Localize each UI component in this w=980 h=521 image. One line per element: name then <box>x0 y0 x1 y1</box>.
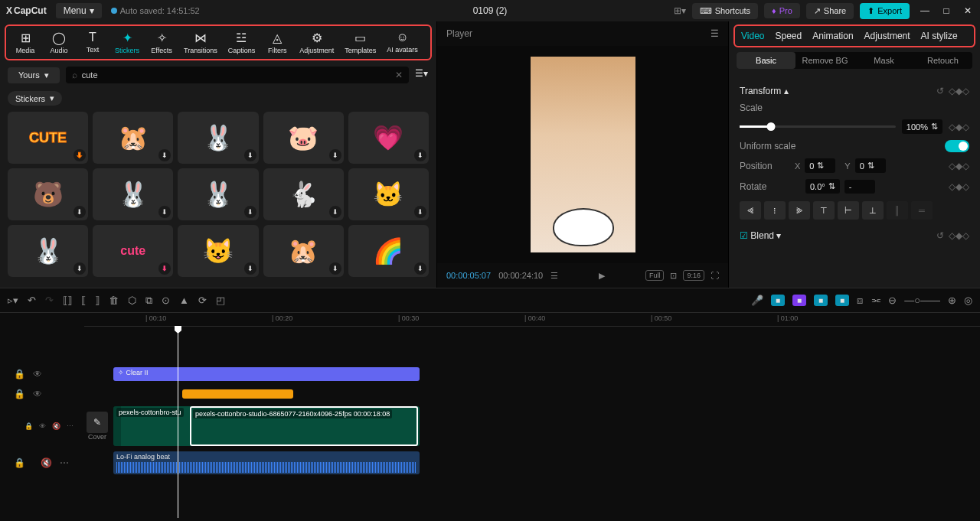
distribute-h-icon[interactable]: ║ <box>887 201 908 220</box>
chip-2[interactable]: ■ <box>792 295 806 306</box>
crop-icon[interactable]: ⊡ <box>670 271 677 281</box>
rotate-dash[interactable]: - <box>844 180 875 194</box>
keyframe-icon[interactable]: ◇◆◇ <box>949 86 969 96</box>
maximize-icon[interactable]: □ <box>940 5 952 17</box>
playhead[interactable] <box>178 327 178 518</box>
eye-icon[interactable]: 👁 <box>33 369 42 379</box>
keyframe-icon[interactable]: ◇◆◇ <box>949 161 969 171</box>
undo-icon[interactable]: ↶ <box>28 295 36 306</box>
split-icon[interactable]: ⟦⟧ <box>63 295 72 306</box>
filter-icon[interactable]: ☰▾ <box>415 68 429 82</box>
copy-icon[interactable]: ⧉ <box>145 295 152 307</box>
mute-icon[interactable]: 🔇 <box>52 422 60 430</box>
prop-tab-adjustment[interactable]: Adjustment <box>864 31 910 41</box>
download-icon[interactable]: ⬇ <box>158 262 171 275</box>
redo-icon[interactable]: ↷ <box>45 295 54 306</box>
player-menu-icon[interactable]: ☰ <box>710 28 719 39</box>
align-center-v-icon[interactable]: ⊢ <box>838 201 859 220</box>
distribute-v-icon[interactable]: ═ <box>911 201 933 220</box>
effect-clip[interactable]: ✧ Clear II <box>113 367 420 381</box>
download-icon[interactable]: ⬇ <box>414 262 426 275</box>
chip-4[interactable]: ■ <box>835 295 849 306</box>
download-icon[interactable]: ⬇ <box>244 262 256 275</box>
shortcuts-button[interactable]: ⌨ Shortcuts <box>692 3 758 19</box>
more-icon[interactable]: ⋯ <box>67 422 74 430</box>
download-icon[interactable]: ⬇ <box>414 206 426 218</box>
magnet-icon[interactable]: ⧈ <box>857 295 863 307</box>
trim-left-icon[interactable]: ⟦ <box>81 295 86 306</box>
list-icon[interactable]: ☰ <box>550 271 558 281</box>
download-icon[interactable]: ⬇ <box>74 262 86 275</box>
position-x-input[interactable]: 0 ⇅ <box>805 158 835 173</box>
align-right-icon[interactable]: ⫸ <box>789 201 810 220</box>
sticker-item[interactable]: 💗⬇ <box>348 112 429 164</box>
sticker-item[interactable]: 🐰⬇ <box>8 225 88 277</box>
zoom-slider[interactable]: —○—— <box>904 295 940 306</box>
menu-button[interactable]: Menu ▾ <box>56 3 102 18</box>
tool-media[interactable]: ⊞Media <box>11 29 40 56</box>
download-icon[interactable]: ⬇ <box>74 206 86 218</box>
download-icon[interactable]: ⬇ <box>158 149 171 161</box>
tool-templates[interactable]: ▭Templates <box>341 29 379 56</box>
player-canvas[interactable] <box>437 46 728 263</box>
tool-filters[interactable]: ◬Filters <box>263 29 292 56</box>
fullscreen-icon[interactable]: ⛶ <box>710 271 719 280</box>
keyframe-icon[interactable]: ◇◆◇ <box>949 122 969 132</box>
clear-search-icon[interactable]: ✕ <box>395 70 403 80</box>
download-icon[interactable]: ⬇ <box>329 206 341 218</box>
align-top-icon[interactable]: ⊤ <box>813 201 835 220</box>
shield-icon[interactable]: ⬡ <box>128 295 136 306</box>
ratio-badge[interactable]: 9:16 <box>683 270 704 281</box>
mic-icon[interactable]: 🎤 <box>751 295 763 306</box>
blend-checkbox[interactable]: ☑ <box>740 230 748 241</box>
scale-slider[interactable] <box>740 125 896 128</box>
sticker-item[interactable]: 🐱⬇ <box>348 168 429 220</box>
lock-icon[interactable]: 🔒 <box>14 458 25 468</box>
link-icon[interactable]: ⫘ <box>871 295 880 306</box>
blend-label[interactable]: Blend ▾ <box>750 230 781 241</box>
download-icon[interactable]: ⬇ <box>329 149 341 161</box>
download-icon[interactable]: ⬇ <box>329 262 341 275</box>
eye-icon[interactable]: 👁 <box>39 422 46 430</box>
tool-transitions[interactable]: ⋈Transitions <box>181 29 220 56</box>
tool-effects[interactable]: ✧Effects <box>147 29 176 56</box>
transform-header[interactable]: Transform ▴ <box>740 86 789 96</box>
prop-tab-speed[interactable]: Speed <box>775 31 802 41</box>
prop-tab-video[interactable]: Video <box>741 31 764 41</box>
video-clip-2-selected[interactable]: pexels-cottonbro-studio-6865077-2160x409… <box>190 406 418 446</box>
pro-button[interactable]: ♦ Pro <box>764 3 800 18</box>
audio-clip[interactable]: Lo-Fi analog beat <box>113 451 420 474</box>
trim-right-icon[interactable]: ⟧ <box>95 295 100 306</box>
download-icon[interactable]: ⬇ <box>158 206 171 218</box>
sticker-item[interactable]: 🐹⬇ <box>263 225 344 277</box>
sub-tab-retouch[interactable]: Retouch <box>913 52 972 69</box>
selection-tool-icon[interactable]: ▹▾ <box>8 295 18 306</box>
chip-3[interactable]: ■ <box>814 295 828 306</box>
prop-tab-ai-stylize[interactable]: AI stylize <box>921 31 958 41</box>
uniform-scale-toggle[interactable] <box>945 140 969 152</box>
sticker-item[interactable]: 🌈⬇ <box>348 225 429 277</box>
align-bottom-icon[interactable]: ⊥ <box>862 201 884 220</box>
mirror-icon[interactable]: ▲ <box>179 295 189 306</box>
keyframe-icon[interactable]: ◇◆◇ <box>949 230 969 241</box>
search-input[interactable]: ⌕ ✕ <box>66 67 409 83</box>
lock-icon[interactable]: 🔒 <box>24 422 33 430</box>
sticker-item[interactable]: 😺⬇ <box>178 225 258 277</box>
reset-icon[interactable]: ↺ <box>936 86 944 96</box>
stickers-filter-tag[interactable]: Stickers ▾ <box>8 91 62 106</box>
download-icon[interactable]: ⬇ <box>244 149 256 161</box>
sticker-overlay[interactable] <box>553 208 614 246</box>
scale-value[interactable]: 100% ⇅ <box>902 119 942 134</box>
sticker-item[interactable]: 🐻⬇ <box>8 168 88 220</box>
reset-icon[interactable]: ↺ <box>936 230 944 241</box>
align-left-icon[interactable]: ⫷ <box>740 201 761 220</box>
more-icon[interactable]: ⋯ <box>60 458 69 468</box>
keyframe-icon[interactable]: ◇◆◇ <box>949 181 969 192</box>
close-icon[interactable]: ✕ <box>962 5 974 17</box>
reverse-icon[interactable]: ⊙ <box>162 295 170 306</box>
export-button[interactable]: ⬆ Export <box>860 3 910 19</box>
prop-tab-animation[interactable]: Animation <box>812 31 853 41</box>
position-y-input[interactable]: 0 ⇅ <box>855 158 886 173</box>
download-icon[interactable]: ⬇ <box>74 149 86 161</box>
yours-dropdown[interactable]: Yours ▾ <box>8 67 60 83</box>
